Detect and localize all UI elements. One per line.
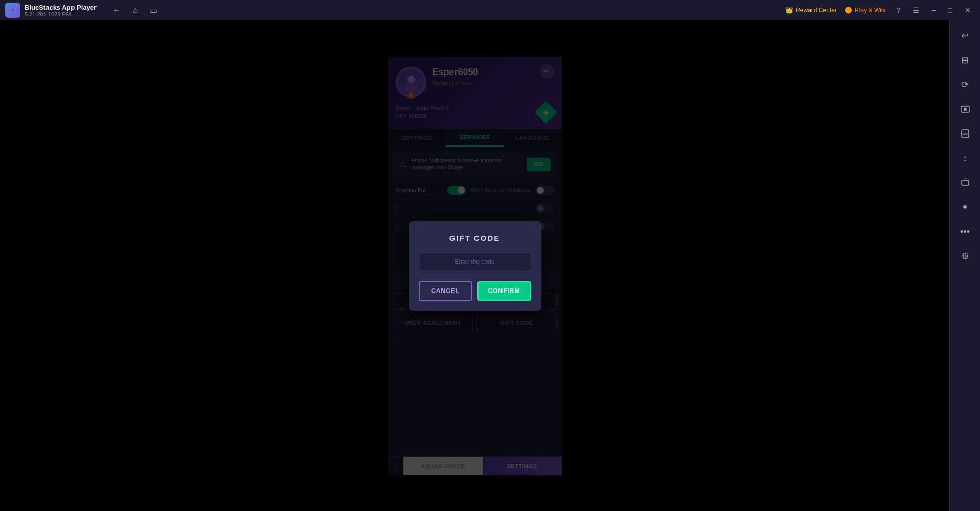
app-info: BlueStacks App Player 5.21.201.1029 P64 (25, 4, 97, 17)
svg-text:APK: APK (962, 133, 968, 136)
sidebar-icon-back[interactable]: ↩ (955, 26, 975, 46)
right-sidebar: ↩ ⊞ ⟳ APK ↕ ✦ ••• ⚙ (949, 20, 980, 511)
bluestacks-logo (5, 3, 20, 18)
app-version: 5.21.201.1029 P64 (25, 11, 97, 17)
minimize-button[interactable]: − (927, 4, 940, 16)
sidebar-icon-apk[interactable]: APK (955, 124, 975, 144)
home-button[interactable]: ⌂ (131, 4, 140, 17)
back-button[interactable]: ← (111, 4, 123, 17)
play-win-button[interactable]: 🟠 Play & Win (845, 7, 885, 14)
game-panel: 9 Esper6050 Nothing's here ✏ Server: Son… (388, 57, 562, 475)
titlebar: BlueStacks App Player 5.21.201.1029 P64 … (0, 0, 980, 20)
help-button[interactable]: ? (893, 4, 905, 16)
sidebar-icon-rotate[interactable] (955, 173, 975, 193)
svg-rect-9 (962, 180, 969, 185)
sidebar-icon-settings[interactable]: ⚙ (955, 246, 975, 266)
crown-icon: 👑 (785, 7, 793, 14)
sidebar-icon-grid[interactable]: ⊞ (955, 50, 975, 70)
reward-center-button[interactable]: 👑 Reward Center (785, 7, 837, 14)
titlebar-left: BlueStacks App Player 5.21.201.1029 P64 … (5, 3, 159, 18)
sidebar-icon-refresh[interactable]: ⟳ (955, 75, 975, 95)
orange-circle-icon: 🟠 (845, 7, 852, 14)
modal-overlay: GIFT CODE CANCEL CONFIRM (388, 57, 562, 475)
gift-code-input[interactable] (419, 253, 531, 271)
close-button[interactable]: ✕ (961, 4, 975, 16)
modal-title: GIFT CODE (419, 234, 531, 242)
titlebar-nav: ← ⌂ ▭ (111, 4, 159, 17)
modal-confirm-button[interactable]: CONFIRM (477, 281, 531, 301)
titlebar-right: 👑 Reward Center 🟠 Play & Win ? ☰ − □ ✕ (785, 4, 975, 16)
sidebar-icon-more[interactable]: ••• (955, 222, 975, 242)
modal-cancel-button[interactable]: CANCEL (419, 281, 472, 301)
copy-button[interactable]: ▭ (148, 4, 159, 17)
sidebar-icon-resize[interactable]: ↕ (955, 148, 975, 168)
svg-point-6 (964, 108, 967, 111)
maximize-button[interactable]: □ (944, 4, 957, 16)
sidebar-icon-record[interactable] (955, 99, 975, 119)
gift-code-modal: GIFT CODE CANCEL CONFIRM (409, 221, 541, 311)
main-area: 9 Esper6050 Nothing's here ✏ Server: Son… (0, 20, 949, 511)
window-controls: ? ☰ − □ ✕ (893, 4, 975, 16)
sidebar-icon-star[interactable]: ✦ (955, 197, 975, 217)
app-name: BlueStacks App Player (25, 4, 97, 11)
menu-button[interactable]: ☰ (909, 4, 923, 16)
modal-buttons: CANCEL CONFIRM (419, 281, 531, 301)
